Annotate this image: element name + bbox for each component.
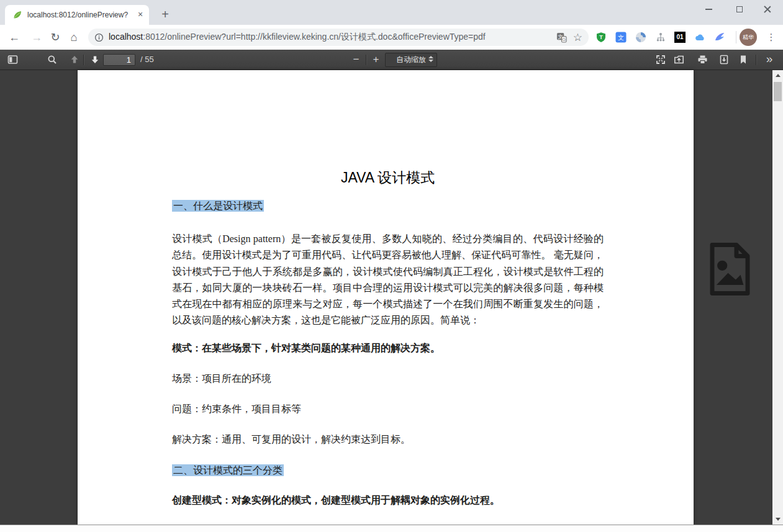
url-host: localhost (109, 32, 143, 42)
bird-extension-icon[interactable] (713, 32, 725, 43)
sidebar-toggle-button[interactable] (4, 52, 21, 68)
search-button[interactable] (43, 52, 60, 68)
window-close-button[interactable] (753, 0, 782, 19)
browser-menu-icon[interactable]: ⋮ (765, 31, 777, 43)
window-minimize-button[interactable] (694, 0, 723, 19)
close-icon (764, 6, 771, 13)
back-button[interactable]: ← (7, 31, 21, 43)
scrollbar-thumb[interactable] (774, 82, 782, 101)
maximize-icon (736, 6, 743, 12)
section-heading-2: 二、设计模式的三个分类 (172, 464, 604, 477)
sitemap-extension-icon[interactable] (654, 32, 666, 43)
presentation-mode-button[interactable] (652, 52, 669, 68)
document-title: JAVA 设计模式 (172, 169, 604, 186)
svg-text:T: T (599, 34, 603, 40)
forward-button[interactable]: → (30, 31, 43, 43)
svg-text:文: 文 (618, 34, 624, 41)
window-maximize-button[interactable] (725, 0, 754, 19)
scroll-down-icon (776, 518, 781, 521)
svg-text:G: G (562, 36, 566, 42)
zoom-scale-value: 自动缩放 (396, 55, 426, 65)
zoom-scale-select[interactable]: 自动缩放 (385, 53, 437, 67)
download-button[interactable] (715, 52, 732, 68)
bookmark-button[interactable] (735, 52, 751, 68)
pdf-viewer-area: JAVA 设计模式 一、什么是设计模式 设计模式（Design pattern）… (0, 70, 783, 525)
toolbar-separator (736, 31, 736, 43)
more-tools-button[interactable]: » (760, 50, 779, 70)
highlighted-text: 一、什么是设计模式 (172, 200, 264, 212)
document-content: JAVA 设计模式 一、什么是设计模式 设计模式（Design pattern）… (78, 70, 694, 525)
home-button[interactable]: ⌂ (67, 31, 81, 43)
toolbar-separator (366, 55, 366, 65)
next-page-button[interactable] (86, 52, 103, 68)
shield-extension-icon[interactable]: T (595, 32, 607, 43)
url-rest: :8012/onlinePreview?url=http://kkfilevie… (143, 32, 485, 42)
toolbar-separator (756, 55, 756, 65)
profile-avatar[interactable]: 精华 (740, 29, 757, 46)
window-bottom-strip (0, 525, 783, 532)
spring-leaf-favicon (12, 10, 22, 20)
info-icon[interactable] (94, 33, 104, 42)
bookmark-star-icon[interactable]: ☆ (573, 32, 582, 43)
zoom-out-button[interactable]: − (348, 52, 364, 68)
previous-page-button[interactable] (66, 52, 83, 68)
page-number-input[interactable] (103, 54, 135, 66)
paragraph-1: 设计模式（Design pattern）是一套被反复使用、多数人知晓的、经过分类… (172, 231, 604, 329)
swirl-circle-extension-icon[interactable] (635, 32, 646, 43)
page-count-label: / 55 (140, 50, 154, 70)
vertical-scrollbar[interactable] (772, 70, 783, 525)
tab-title: localhost:8012/onlinePreview? (27, 11, 135, 19)
select-spinner-icon (428, 56, 433, 62)
scroll-up-icon (776, 74, 781, 77)
01-badge-extension-icon[interactable]: 01 (674, 32, 686, 43)
pdf-page: JAVA 设计模式 一、什么是设计模式 设计模式（Design pattern）… (78, 70, 694, 525)
tab-close-icon[interactable]: × (135, 10, 145, 20)
address-bar[interactable]: localhost:8012/onlinePreview?url=http://… (88, 29, 589, 46)
problem-line: 问题：约束条件，项目目标等 (172, 404, 604, 415)
pattern-definition-line: 模式：在某些场景下，针对某类问题的某种通用的解决方案。 (172, 343, 604, 354)
browser-tab[interactable]: localhost:8012/onlinePreview? × (5, 5, 149, 25)
translate-page-icon[interactable]: 文 G (556, 32, 567, 43)
zoom-in-button[interactable]: + (368, 52, 384, 68)
new-tab-button[interactable]: + (156, 6, 174, 24)
creational-pattern-line: 创建型模式：对象实例化的模式，创建型模式用于解耦对象的实例化过程。 (172, 495, 604, 506)
browser-toolbar: ← → ↻ ⌂ localhost:8012/onlinePreview?url… (0, 25, 783, 50)
section-heading-1: 一、什么是设计模式 (172, 200, 604, 212)
scroll-up-button[interactable] (772, 70, 783, 81)
toolbar-separator (83, 55, 84, 65)
minimize-icon (705, 9, 712, 10)
pdf-toolbar: / 55 − + 自动缩放 » (0, 50, 783, 70)
scroll-down-button[interactable] (772, 514, 783, 525)
cloud-extension-icon[interactable] (694, 32, 705, 43)
reload-button[interactable]: ↻ (48, 31, 62, 43)
extensions-row: T 文 01 (595, 29, 725, 46)
scene-line: 场景：项目所在的环境 (172, 373, 604, 384)
solution-line: 解决方案：通用、可复用的设计，解决约束达到目标。 (172, 434, 604, 445)
broken-image-icon (707, 242, 753, 296)
url-text[interactable]: localhost:8012/onlinePreview?url=http://… (109, 32, 556, 43)
tab-strip: localhost:8012/onlinePreview? × + (0, 0, 783, 25)
translate-extension-icon[interactable]: 文 (615, 32, 627, 43)
highlighted-text: 二、设计模式的三个分类 (172, 464, 284, 476)
print-button[interactable] (694, 52, 711, 68)
open-file-button[interactable] (671, 52, 687, 68)
